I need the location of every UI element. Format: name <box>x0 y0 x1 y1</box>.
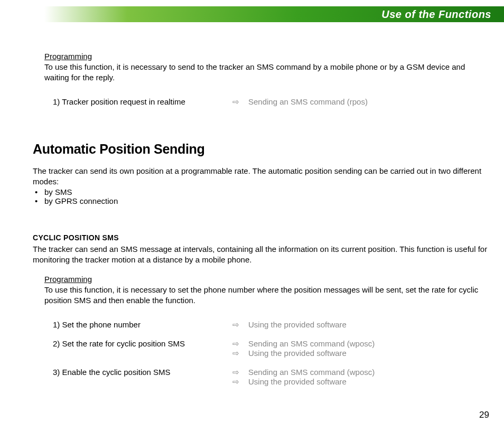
bullet-item: by SMS <box>44 187 491 196</box>
bullet-item: by GPRS connection <box>44 196 491 205</box>
step-row: 1) Set the phone number ⇨ Using the prov… <box>53 320 491 330</box>
arrow-icon: ⇨ <box>232 377 248 387</box>
step-block-2: 1) Set the phone number ⇨ Using the prov… <box>53 318 491 387</box>
arrow-icon: ⇨ <box>232 349 248 358</box>
programming-text: To use this function, it is necessary to… <box>44 285 491 306</box>
page-number: 29 <box>479 410 489 420</box>
step-right: Using the provided software <box>248 320 491 329</box>
page: Use of the Functions Programming To use … <box>0 0 504 432</box>
section-heading-wrap: Automatic Position Sending <box>33 142 491 157</box>
step-left: 1) Set the phone number <box>53 320 232 329</box>
step-right: Sending an SMS command (wposc) <box>248 368 491 377</box>
arrow-icon: ⇨ <box>232 320 248 330</box>
sub-text: The tracker can send an SMS message at i… <box>33 244 491 266</box>
programming-label: Programming <box>44 275 491 284</box>
programming-block-2: Programming To use this function, it is … <box>44 275 491 306</box>
bullet-list: by SMS by GPRS connection <box>33 187 491 205</box>
header-bar: Use of the Functions <box>44 6 504 22</box>
programming-label: Programming <box>44 52 491 61</box>
step-right: Sending an SMS command (rpos) <box>248 97 491 106</box>
section-heading: Automatic Position Sending <box>33 142 491 157</box>
step-left: 2) Set the rate for cyclic position SMS <box>53 339 232 348</box>
step-row: 1) Tracker position request in realtime … <box>53 97 491 107</box>
step-right: Using the provided software <box>248 377 491 386</box>
programming-text: To use this function, it is necessary to… <box>44 62 491 83</box>
step-row: 3) Enable the cyclic position SMS ⇨ Send… <box>53 368 491 387</box>
step-block-1: 1) Tracker position request in realtime … <box>53 95 491 107</box>
subsection-block: CYCLIC POSITION SMS The tracker can send… <box>33 233 491 266</box>
arrow-icon: ⇨ <box>232 339 248 349</box>
step-right: Sending an SMS command (wposc) <box>248 339 491 348</box>
arrow-icon: ⇨ <box>232 368 248 377</box>
step-left: 1) Tracker position request in realtime <box>53 97 232 106</box>
intro-block: The tracker can send its own position at… <box>33 166 491 205</box>
header-title: Use of the Functions <box>381 8 491 21</box>
step-right: Using the provided software <box>248 349 491 358</box>
arrow-icon: ⇨ <box>232 97 248 107</box>
sub-heading: CYCLIC POSITION SMS <box>33 233 491 242</box>
programming-block-1: Programming To use this function, it is … <box>44 52 491 83</box>
intro-text: The tracker can send its own position at… <box>33 166 491 187</box>
step-left: 3) Enable the cyclic position SMS <box>53 368 232 377</box>
step-row: 2) Set the rate for cyclic position SMS … <box>53 339 491 358</box>
